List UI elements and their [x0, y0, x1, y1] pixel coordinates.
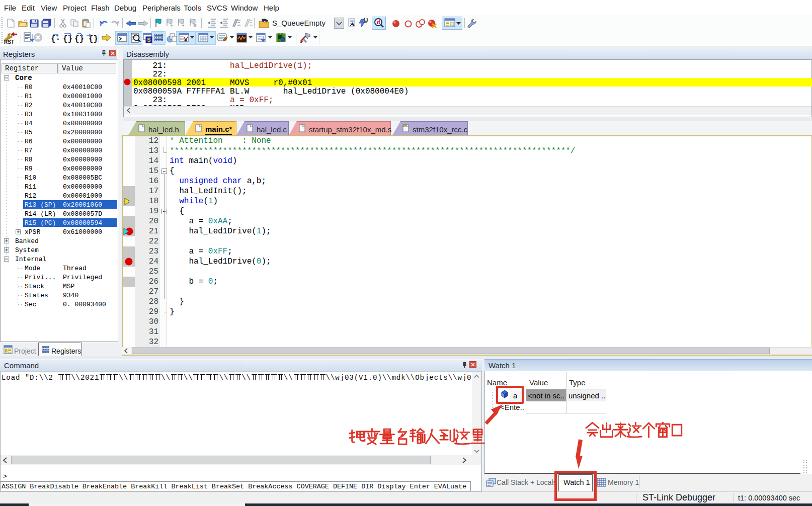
svg-text:d: d [377, 19, 380, 26]
svg-text:RST: RST [4, 39, 14, 44]
svg-text:{·}: {·} [51, 35, 61, 43]
svg-text:S: S [147, 37, 150, 43]
